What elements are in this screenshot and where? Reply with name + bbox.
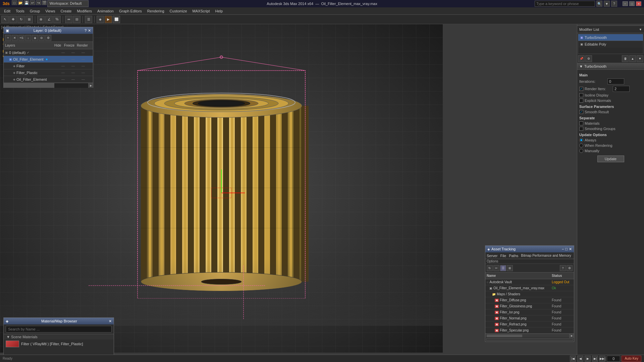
- ts-smooth-result-checkbox[interactable]: ✓: [579, 110, 583, 114]
- layer-row-oil-filter-element[interactable]: ▣ Oil_Filter_Element ■ — — —: [4, 56, 93, 63]
- menu-create[interactable]: Create: [58, 8, 74, 14]
- layer-row-filter[interactable]: ◈ Filter — — —: [4, 63, 93, 69]
- ts-materials-checkbox[interactable]: [579, 121, 583, 125]
- save-btn[interactable]: 💾: [24, 0, 29, 5]
- scene-materials-toggle[interactable]: ▼: [6, 335, 11, 339]
- layer-row-0-default[interactable]: ▣ 0 (default) ✓ — — —: [4, 49, 93, 56]
- layer-collapse-btn[interactable]: ⊖: [39, 35, 45, 41]
- render-setup-btn[interactable]: 🎬: [42, 0, 47, 5]
- at-list-view-btn[interactable]: ☰: [500, 265, 506, 271]
- redo-btn[interactable]: ↪: [36, 0, 41, 5]
- at-help-btn[interactable]: ?: [560, 265, 566, 271]
- layer-select-objects-btn[interactable]: ↓: [25, 35, 31, 41]
- minimize-btn[interactable]: −: [623, 1, 628, 6]
- material-search-input[interactable]: [8, 327, 109, 331]
- anim-play-btn[interactable]: ▶: [585, 356, 591, 362]
- ts-explicit-normals-checkbox[interactable]: [579, 99, 583, 103]
- frame-number-input[interactable]: [607, 356, 620, 362]
- at-menu-server[interactable]: Server: [487, 254, 497, 258]
- menu-edit[interactable]: Edit: [1, 8, 13, 14]
- workspace-dropdown[interactable]: Workspace: Default: [47, 0, 89, 7]
- at-settings-btn[interactable]: ⚙: [567, 265, 573, 271]
- at-scroll-right[interactable]: ▶: [569, 334, 574, 338]
- at-large-icons-btn[interactable]: ⊞: [507, 265, 513, 271]
- at-close-btn[interactable]: ✕: [569, 247, 572, 251]
- menu-animation[interactable]: Animation: [95, 8, 116, 14]
- angle-snap-tool[interactable]: ∠: [45, 16, 53, 23]
- close-btn[interactable]: ✕: [636, 1, 641, 6]
- render-frame-tool[interactable]: ⬜: [113, 16, 120, 23]
- search-options-icon[interactable]: ▼: [604, 1, 610, 7]
- layer-settings-btn[interactable]: ⚙: [45, 35, 51, 41]
- modifier-configure-btn[interactable]: ⚙: [585, 55, 592, 62]
- at-row-filter-ior[interactable]: ▣ Filter_Ior.png Found: [485, 309, 574, 315]
- layer-manager-tool[interactable]: ☰: [85, 16, 92, 23]
- turbosmooth-section-header[interactable]: ▼ TurboSmooth: [577, 63, 644, 70]
- menu-group[interactable]: Group: [27, 8, 43, 14]
- anim-keyframe-btn[interactable]: |◀: [570, 356, 576, 362]
- layer-scrollbar[interactable]: ▶: [4, 83, 93, 87]
- at-row-filter-refract[interactable]: ▣ Filter_Refract.png Found: [485, 321, 574, 327]
- render-tool[interactable]: ▶: [105, 16, 112, 23]
- at-minimize-btn[interactable]: −: [562, 247, 564, 251]
- auto-key-btn[interactable]: Auto Key: [622, 356, 641, 362]
- at-options-menu[interactable]: Options: [485, 259, 574, 264]
- align-tool[interactable]: ⊟: [73, 16, 80, 23]
- modifier-turbosmooth[interactable]: ▣ TurboSmooth: [578, 34, 643, 41]
- menu-help[interactable]: Help: [213, 8, 226, 14]
- ts-iterations-input[interactable]: [607, 78, 624, 84]
- help-icon[interactable]: ?: [611, 1, 617, 7]
- at-menu-file[interactable]: File: [500, 254, 506, 258]
- ts-isoline-checkbox[interactable]: [579, 93, 583, 97]
- ts-render-iters-checkbox[interactable]: ✓: [579, 87, 583, 91]
- anim-last-btn[interactable]: ▶▶|: [599, 356, 605, 362]
- at-row-filter-diffuse[interactable]: ▣ Filter_Diffuse.png Found: [485, 297, 574, 303]
- at-row-autodesk-vault[interactable]: ○ Autodesk Vault Logged Out: [485, 279, 574, 285]
- menu-customize[interactable]: Customize: [167, 8, 190, 14]
- menu-rendering[interactable]: Rendering: [145, 8, 167, 14]
- at-maximize-btn[interactable]: □: [565, 247, 568, 251]
- menu-graph-editors[interactable]: Graph Editors: [116, 8, 145, 14]
- at-refresh-btn[interactable]: ↻: [487, 265, 493, 271]
- at-menu-paths[interactable]: Paths: [509, 254, 518, 258]
- at-menu-bitmap[interactable]: Bitmap Performance and Memory: [521, 254, 571, 257]
- keyword-search-input[interactable]: [535, 1, 595, 7]
- rotate-tool[interactable]: ↻: [17, 16, 25, 23]
- layer-new-btn[interactable]: +: [5, 35, 11, 41]
- ts-smoothing-groups-checkbox[interactable]: [579, 127, 583, 131]
- ts-when-rendering-radio[interactable]: [579, 143, 583, 147]
- at-row-filter-normal[interactable]: ▣ Filter_Normal.png Found: [485, 315, 574, 321]
- anim-prev-btn[interactable]: ◀: [577, 356, 583, 362]
- menu-views[interactable]: Views: [43, 8, 58, 14]
- mirror-tool[interactable]: ⇔: [65, 16, 72, 23]
- select-tool[interactable]: ↖: [1, 16, 9, 23]
- modifier-delete-btn[interactable]: 🗑: [622, 55, 629, 62]
- search-icon[interactable]: 🔍: [596, 1, 602, 7]
- open-btn[interactable]: 📂: [18, 0, 23, 5]
- material-editor-tool[interactable]: ◈: [97, 16, 104, 23]
- material-browser-close[interactable]: ✕: [109, 319, 112, 323]
- menu-modifiers[interactable]: Modifiers: [74, 8, 95, 14]
- modifier-editable-poly[interactable]: ▣ Editable Poly: [578, 41, 643, 48]
- menu-maxscript[interactable]: MAXScript: [190, 8, 213, 14]
- move-tool[interactable]: ✥: [9, 16, 17, 23]
- layer-row-oil-filter-element-2[interactable]: ◈ Oil_Filter_Element — — —: [4, 76, 93, 83]
- at-row-maps-shaders[interactable]: 📁 Maps / Shaders: [485, 291, 574, 297]
- layer-delete-btn[interactable]: ✕: [12, 35, 18, 41]
- material-row-filter[interactable]: Filter ( VRayMtl ) [Filter, Filter_Plast…: [4, 340, 114, 348]
- new-btn[interactable]: □: [12, 0, 17, 5]
- material-search-box[interactable]: [6, 326, 112, 333]
- at-row-oil-filter-file[interactable]: ▣ Oil_Filter_Element_max_vray.max Ok: [485, 285, 574, 291]
- ts-always-radio[interactable]: [579, 138, 583, 142]
- scale-tool[interactable]: ⊞: [25, 16, 33, 23]
- modifier-move-up-btn[interactable]: ▲: [629, 55, 636, 62]
- ts-manually-radio[interactable]: [579, 149, 583, 153]
- layer-dialog-help[interactable]: ?: [85, 28, 87, 33]
- modifier-pin-btn[interactable]: 📌: [578, 55, 585, 62]
- modifier-move-down-btn[interactable]: ▼: [637, 55, 643, 62]
- layer-dialog-close[interactable]: ✕: [88, 28, 91, 33]
- maximize-btn[interactable]: □: [629, 1, 635, 6]
- modifier-list-dropdown[interactable]: ▼: [639, 28, 642, 31]
- ts-render-iters-input[interactable]: [613, 86, 630, 92]
- layer-scroll-right[interactable]: ▶: [88, 83, 93, 88]
